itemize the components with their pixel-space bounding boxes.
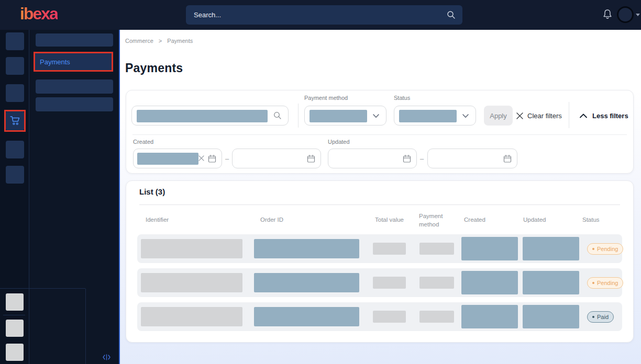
- cell-updated-redacted: [523, 305, 579, 328]
- annotation-highlight-box: [4, 110, 26, 132]
- rail-bottom-item-placeholder-3[interactable]: [6, 344, 24, 361]
- cell-updated-redacted: [523, 237, 579, 260]
- divider: [139, 204, 620, 205]
- status-badge: Paid: [587, 311, 614, 323]
- global-search[interactable]: [186, 5, 462, 25]
- chevron-down-icon: [462, 114, 469, 118]
- status-dot-icon: [592, 316, 594, 318]
- list-title: List (3): [139, 187, 165, 196]
- cell-total-value-redacted: [373, 311, 406, 323]
- status-dot-icon: [592, 282, 594, 284]
- rail-item-placeholder-1[interactable]: [6, 32, 24, 50]
- rail-item-placeholder-3[interactable]: [6, 84, 24, 102]
- chevron-down-icon: [373, 114, 379, 118]
- date-range-separator: –: [417, 149, 427, 168]
- calendar-icon[interactable]: [503, 154, 512, 163]
- rail-item-placeholder-4[interactable]: [6, 141, 24, 158]
- filter-search-input[interactable]: [131, 106, 289, 126]
- cell-identifier-redacted: [141, 273, 242, 292]
- status-label: Paid: [597, 314, 609, 320]
- sidebar-collapse-icon[interactable]: [102, 354, 111, 360]
- redacted-value: [137, 153, 198, 165]
- table-row[interactable]: Pending: [137, 268, 622, 297]
- apply-button[interactable]: Apply: [484, 106, 513, 126]
- notifications-button[interactable]: [602, 9, 614, 21]
- cell-total-value-redacted: [373, 243, 406, 255]
- status-label: Pending: [597, 280, 618, 286]
- close-icon: [516, 112, 523, 119]
- cell-payment-method-redacted: [419, 311, 454, 323]
- calendar-icon[interactable]: [403, 154, 411, 163]
- clear-date-icon[interactable]: [198, 155, 204, 161]
- payment-method-label: Payment method: [304, 95, 348, 101]
- status-badge: Pending: [587, 277, 623, 289]
- search-icon[interactable]: [273, 111, 282, 120]
- sidebar-item-payments[interactable]: Payments: [35, 53, 112, 70]
- sidebar-item-placeholder-3[interactable]: [36, 97, 113, 111]
- updated-from-date-input[interactable]: [328, 149, 417, 168]
- status-dot-icon: [592, 248, 594, 250]
- rail-item-commerce[interactable]: [6, 111, 24, 130]
- sidebar-item-placeholder-2[interactable]: [36, 79, 113, 94]
- date-range-separator: –: [222, 149, 232, 168]
- cell-order-id-redacted: [254, 239, 359, 258]
- user-avatar[interactable]: [617, 6, 634, 23]
- status-select[interactable]: [394, 106, 476, 126]
- divider: [85, 289, 86, 364]
- payment-method-select[interactable]: [304, 106, 386, 126]
- column-header-status: Status: [582, 217, 600, 223]
- rail-bottom-item-placeholder-2[interactable]: [6, 320, 24, 337]
- column-header-order-id: Order ID: [260, 217, 283, 223]
- cell-payment-method-redacted: [419, 277, 454, 289]
- calendar-icon[interactable]: [208, 154, 216, 163]
- cell-payment-method-redacted: [419, 243, 454, 255]
- divider: [132, 134, 627, 135]
- topbar: ibexa: [0, 0, 641, 30]
- updated-to-date-input[interactable]: [427, 149, 517, 168]
- filters-panel: Payment method Status Apply Clear filter…: [126, 90, 634, 174]
- app-logo[interactable]: ibexa: [20, 4, 58, 24]
- breadcrumb-item-payments[interactable]: Payments: [167, 38, 193, 44]
- global-search-input[interactable]: [186, 5, 462, 25]
- cell-order-id-redacted: [254, 273, 359, 292]
- search-icon[interactable]: [447, 10, 456, 19]
- updated-label: Updated: [328, 139, 350, 145]
- primary-nav-rail: [0, 30, 29, 364]
- rail-item-placeholder-2[interactable]: [6, 57, 24, 75]
- cell-created-redacted: [461, 237, 518, 260]
- main-content: Commerce > Payments Payments Payment met…: [119, 30, 641, 364]
- status-label: Status: [394, 95, 410, 101]
- user-menu-caret-icon[interactable]: [636, 14, 640, 16]
- divider: [298, 104, 299, 128]
- cell-created-redacted: [461, 305, 518, 328]
- rail-bottom-item-placeholder-1[interactable]: [6, 293, 24, 311]
- less-filters-label: Less filters: [592, 112, 628, 120]
- table-row[interactable]: Paid: [137, 302, 622, 331]
- created-to-date-input[interactable]: [232, 149, 321, 168]
- clear-filters-button[interactable]: Clear filters: [516, 106, 562, 126]
- breadcrumb-item-commerce[interactable]: Commerce: [125, 38, 153, 44]
- created-from-date-input[interactable]: [133, 149, 222, 168]
- column-header-created: Created: [464, 217, 485, 223]
- calendar-icon[interactable]: [307, 154, 315, 163]
- cell-identifier-redacted: [141, 239, 242, 258]
- redacted-value: [399, 110, 457, 122]
- cell-identifier-redacted: [141, 307, 242, 326]
- secondary-sidebar: Payments: [29, 30, 119, 364]
- redacted-value: [310, 110, 367, 122]
- payments-list-panel: List (3) Identifier Order ID Total value…: [126, 180, 634, 343]
- divider: [569, 102, 569, 128]
- page-title: Payments: [125, 61, 183, 75]
- cell-created-redacted: [461, 271, 518, 294]
- sidebar-item-placeholder-1[interactable]: [36, 33, 113, 47]
- cell-total-value-redacted: [373, 277, 406, 289]
- rail-item-placeholder-5[interactable]: [6, 166, 24, 184]
- status-label: Pending: [597, 246, 618, 252]
- cell-order-id-redacted: [254, 307, 359, 326]
- less-filters-toggle[interactable]: Less filters: [580, 106, 628, 126]
- table-row[interactable]: Pending: [137, 234, 622, 263]
- screen: ibexa: [0, 0, 641, 364]
- breadcrumb-separator: >: [159, 38, 162, 44]
- sidebar-resize-handle[interactable]: [119, 30, 120, 364]
- column-header-total-value: Total value: [375, 217, 404, 223]
